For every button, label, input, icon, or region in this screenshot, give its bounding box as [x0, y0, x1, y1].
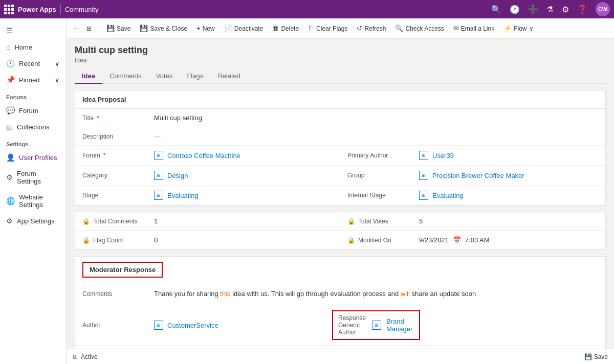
bottom-bar: ⊞ Active 💾 Save [67, 349, 614, 364]
filter-icon[interactable]: ⚗ [546, 5, 554, 14]
sidebar-recent-label: Recent [19, 60, 40, 67]
community-label: Community [65, 6, 99, 13]
settings-icon[interactable]: ⚙ [562, 5, 569, 14]
comment-text: Thank you for sharing this idea with us.… [154, 290, 476, 298]
recent-icon: 🕐 [6, 59, 15, 67]
response-generic-author-value: Brand Manager [386, 317, 414, 333]
check-access-button[interactable]: 🔍 Check Access [391, 22, 448, 34]
avatar[interactable]: CW [596, 2, 610, 16]
delete-button[interactable]: 🗑 Delete [268, 22, 303, 34]
sidebar-item-forum[interactable]: 💬 Forum [0, 102, 66, 119]
modified-on-row: 🔒 Modified On 9/23/2021 📅 7:03 AM [340, 231, 605, 249]
status-expand-icon: ⊞ [73, 353, 78, 360]
modified-on-date: 9/23/2021 [419, 236, 449, 244]
sidebar-website-settings-label: Website Settings [19, 193, 60, 209]
sidebar-forum-settings-label: Forum Settings [17, 170, 60, 185]
comment-highlight1: this [220, 290, 230, 298]
page-content: Multi cup setting Idea Idea Comments Vot… [67, 39, 614, 349]
description-value: --- [147, 127, 605, 145]
email-link-button[interactable]: ✉ Email a Link [449, 22, 498, 34]
question-icon[interactable]: ❓ [577, 5, 587, 14]
modified-on-lock-icon: 🔒 [347, 237, 355, 244]
clear-flags-button[interactable]: ⚐ Clear Flags [304, 22, 352, 34]
settings-section-label: Settings [0, 135, 66, 149]
flow-button[interactable]: ⚡ Flow ∨ [499, 22, 537, 34]
help-circle-icon[interactable]: 🕐 [510, 5, 520, 14]
sidebar-item-recent[interactable]: 🕐 Recent ∨ [0, 55, 66, 72]
save-close-label: Save & Close [150, 25, 187, 32]
response-generic-entity-icon: ⊞ [372, 321, 381, 330]
refresh-label: Refresh [364, 25, 386, 32]
mod-comments-label: Comments [75, 285, 147, 303]
group-value[interactable]: ⊞ Precision Brewer Coffee Maker [412, 166, 605, 185]
pin-icon: 📌 [6, 76, 15, 84]
tab-idea[interactable]: Idea [75, 69, 102, 84]
deactivate-button[interactable]: 📄 Deactivate [220, 22, 268, 34]
tab-flags[interactable]: Flags [180, 69, 210, 84]
sidebar-item-forum-settings[interactable]: ⚙ Forum Settings [0, 166, 66, 189]
tab-related[interactable]: Related [210, 69, 248, 84]
sidebar-item-user-profiles[interactable]: 👤 User Profiles [0, 149, 66, 166]
sidebar-forum-label: Forum [19, 107, 38, 115]
response-generic-author-box[interactable]: Response Generic Author ⊞ Brand Manager [332, 310, 420, 340]
internal-stage-entity-icon: ⊞ [419, 191, 428, 200]
internal-stage-value[interactable]: ⊞ Evaluating [412, 186, 605, 205]
delete-label: Delete [281, 25, 299, 32]
recent-expand: Recent ∨ [19, 60, 60, 67]
moderator-response-card: Moderator Response Comments Thank you fo… [75, 256, 606, 349]
app-name: Power Apps [18, 6, 56, 13]
sidebar-item-home[interactable]: ⌂ Home [0, 39, 66, 55]
stage-value[interactable]: ⊞ Evaluating [147, 186, 340, 205]
search-icon[interactable]: 🔍 [491, 5, 501, 14]
stats-card: 🔒 Total Comments 1 🔒 Total Votes 5 [75, 212, 606, 250]
modified-on-time: 7:03 AM [465, 236, 490, 244]
sidebar-item-collections[interactable]: ▦ Collections [0, 119, 66, 135]
tab-votes[interactable]: Votes [149, 69, 180, 84]
response-generic-author-container: Response Generic Author ⊞ Brand Manager [325, 305, 427, 345]
sidebar-app-settings-label: App Settings [17, 217, 55, 225]
flow-icon: ⚡ [503, 25, 512, 32]
save-close-button[interactable]: 💾 Save & Close [136, 22, 191, 34]
save-close-icon: 💾 [140, 25, 148, 32]
deactivate-label: Deactivate [234, 25, 264, 32]
flag-count-label: Flag Count [93, 237, 123, 244]
total-votes-lock-icon: 🔒 [347, 218, 355, 225]
app-grid-icon[interactable] [4, 5, 14, 14]
clear-flags-label: Clear Flags [316, 25, 347, 32]
total-votes-value: 5 [419, 217, 423, 225]
view-toggle-button[interactable]: ⊞ [82, 23, 96, 34]
back-button[interactable]: ← [71, 22, 81, 34]
bottom-save-button[interactable]: 💾 Save [584, 353, 608, 360]
check-access-icon: 🔍 [395, 25, 403, 32]
forum-value[interactable]: ⊞ Contoso Coffee Machine [147, 146, 340, 165]
primary-author-value[interactable]: ⊞ User39 [412, 146, 605, 165]
hamburger-icon: ☰ [6, 27, 13, 35]
collections-icon: ▦ [6, 123, 13, 131]
stage-label: Stage [75, 186, 147, 205]
description-label: Description [75, 127, 147, 145]
sidebar-item-app-settings[interactable]: ⚙ App Settings [0, 213, 66, 229]
tab-comments[interactable]: Comments [102, 69, 149, 84]
mod-author-value[interactable]: ⊞ CustomerService [147, 315, 325, 335]
comment-part3: share an update soon [410, 290, 476, 298]
sidebar-hamburger[interactable]: ☰ [0, 22, 66, 39]
forums-section-label: Forums [0, 88, 66, 102]
group-label: Group [340, 166, 412, 185]
calendar-icon[interactable]: 📅 [453, 236, 461, 244]
category-value[interactable]: ⊞ Design [147, 166, 340, 185]
sidebar-item-website-settings[interactable]: 🌐 Website Settings [0, 189, 66, 213]
refresh-button[interactable]: ↺ Refresh [353, 22, 390, 34]
add-icon[interactable]: ➕ [528, 5, 538, 14]
flag-count-row: 🔒 Flag Count 0 [75, 231, 340, 249]
flag-count-lock-icon: 🔒 [82, 237, 90, 244]
app-settings-icon: ⚙ [6, 217, 13, 225]
sidebar: ☰ ⌂ Home 🕐 Recent ∨ 📌 Pinned ∨ Forums 💬 … [0, 18, 67, 364]
sidebar-user-profiles-label: User Profiles [19, 154, 57, 162]
clear-flags-icon: ⚐ [308, 25, 314, 32]
category-entity-icon: ⊞ [154, 171, 163, 180]
new-button[interactable]: + New [192, 22, 219, 34]
forum-settings-icon: ⚙ [6, 173, 13, 181]
sidebar-item-pinned[interactable]: 📌 Pinned ∨ [0, 72, 66, 88]
internal-stage-label: Internal Stage [340, 186, 412, 205]
save-button[interactable]: 💾 Save [102, 22, 135, 34]
